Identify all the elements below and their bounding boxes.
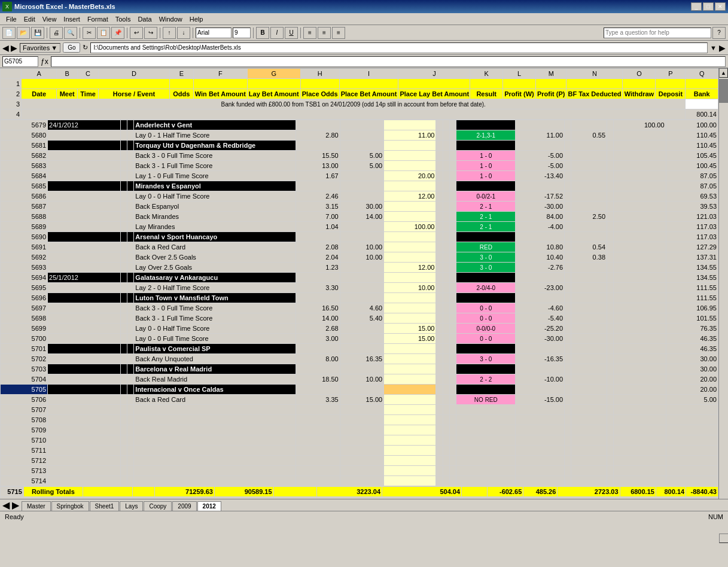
cell-profitw[interactable]	[516, 425, 565, 435]
cell-laybet[interactable]	[384, 405, 436, 415]
col-header-F[interactable]: F	[193, 69, 247, 79]
cell-bftax[interactable]	[571, 151, 607, 161]
cell-meet[interactable]	[120, 446, 127, 456]
cell-profitp[interactable]	[565, 354, 571, 364]
cell-event[interactable]	[134, 415, 296, 425]
cell-deposit[interactable]	[614, 405, 666, 415]
cell-placeodds[interactable]	[436, 273, 443, 283]
cell-placebet[interactable]	[443, 171, 449, 181]
cell-event[interactable]: Torquay Utd v Dagenham & Redbridge	[134, 141, 296, 151]
cell-meet[interactable]	[120, 415, 127, 425]
cell-profitw[interactable]	[516, 385, 565, 395]
cell-meet[interactable]	[120, 313, 127, 324]
cell-bank[interactable]: 30.00	[666, 354, 718, 364]
cell-deposit[interactable]	[614, 293, 666, 303]
cell-profitp[interactable]	[565, 212, 571, 222]
cell-event[interactable]: Barcelona v Real Madrid	[134, 364, 296, 374]
cell-result[interactable]	[456, 425, 516, 435]
cell-event[interactable]: Lay 2 - 0 Half Time Score	[134, 283, 296, 293]
cell-laybet[interactable]: 100.00	[384, 222, 436, 232]
cell-odds[interactable]: 2.80	[296, 130, 340, 141]
cell-placeodds[interactable]	[436, 354, 443, 364]
cell-deposit[interactable]	[614, 476, 666, 486]
undo-button[interactable]: ↩	[130, 27, 143, 39]
cell-odds[interactable]: 3.15	[296, 202, 340, 212]
cell-meet[interactable]	[120, 273, 127, 283]
cell-deposit[interactable]	[614, 344, 666, 354]
save-button[interactable]: 💾	[31, 27, 44, 39]
cell-placebet[interactable]	[443, 151, 449, 161]
cell-profitw[interactable]: 10.40	[516, 252, 565, 263]
cell-odds[interactable]	[296, 385, 340, 395]
cell-date[interactable]	[48, 324, 121, 334]
header-profit-top[interactable]	[503, 79, 536, 89]
cell-placeodds[interactable]	[436, 456, 443, 466]
cell-winbet[interactable]: 30.00	[340, 202, 383, 212]
cell-laybet[interactable]: 12.00	[384, 191, 436, 202]
cell-profitp[interactable]	[565, 273, 571, 283]
cell-odds[interactable]: 7.00	[296, 212, 340, 222]
cell-profitp[interactable]	[565, 313, 571, 324]
cell-time[interactable]	[127, 181, 134, 191]
header-bftax-label[interactable]: BF Tax Deducted	[566, 89, 623, 99]
cell-event[interactable]: Back a Red Card	[134, 242, 296, 252]
cell-bftax[interactable]	[571, 283, 607, 293]
cell-result[interactable]	[456, 405, 516, 415]
cell-withdraw[interactable]	[607, 242, 614, 252]
cell-placebet[interactable]	[443, 202, 449, 212]
sheet-tab-master[interactable]: Master	[22, 501, 51, 511]
header-result-label[interactable]: Result	[470, 89, 503, 99]
cell-date[interactable]	[48, 303, 121, 313]
cell-deposit[interactable]	[614, 232, 666, 242]
tab-scroll-right[interactable]: ▶	[12, 499, 19, 511]
cell-odds[interactable]	[296, 435, 340, 446]
cell-winbet[interactable]	[340, 466, 383, 476]
cell-bftax[interactable]	[571, 466, 607, 476]
scroll-thumb[interactable]	[719, 79, 728, 103]
cell-withdraw[interactable]	[607, 181, 614, 191]
cell-event[interactable]	[134, 435, 296, 446]
cell-placeodds[interactable]	[436, 293, 443, 303]
cell-withdraw[interactable]	[607, 283, 614, 293]
cell-result[interactable]: 3 - 0	[456, 252, 516, 263]
cell-profitw[interactable]: -10.00	[516, 374, 565, 385]
cell-event[interactable]	[134, 425, 296, 435]
cell-deposit[interactable]	[614, 395, 666, 405]
header-date-cell[interactable]	[22, 79, 170, 89]
cell-event[interactable]	[134, 476, 296, 486]
cell-profitp[interactable]	[565, 334, 571, 344]
cell-event[interactable]: Back a Red Card	[134, 395, 296, 405]
cell-bank[interactable]: 127.29	[666, 242, 718, 252]
menu-edit[interactable]: Edit	[20, 14, 39, 24]
cell-result[interactable]: 2 - 2	[456, 374, 516, 385]
cell-placebet[interactable]	[443, 222, 449, 232]
cell-odds[interactable]: 13.00	[296, 161, 340, 171]
cell-profitw[interactable]: 11.00	[516, 130, 565, 141]
cell-event[interactable]	[134, 446, 296, 456]
cell-profitp[interactable]	[565, 222, 571, 232]
cell-result[interactable]	[456, 181, 516, 191]
cell-placelay[interactable]	[449, 466, 456, 476]
cell-bftax[interactable]	[571, 364, 607, 374]
favorites-dropdown-icon[interactable]: ▼	[51, 44, 57, 51]
cell-withdraw[interactable]	[607, 334, 614, 344]
cell-profitp[interactable]	[565, 364, 571, 374]
address-path[interactable]: I:\Documents and Settings\Rob\Desktop\Ma…	[90, 42, 708, 53]
cell-placebet[interactable]	[443, 120, 449, 130]
cell-odds[interactable]: 1.04	[296, 222, 340, 232]
cell-odds[interactable]	[296, 273, 340, 283]
cell-withdraw[interactable]	[607, 130, 614, 141]
cell-winbet[interactable]	[340, 405, 383, 415]
open-button[interactable]: 📂	[17, 27, 30, 39]
cell-time[interactable]	[127, 242, 134, 252]
cell-placebet[interactable]	[443, 364, 449, 374]
cell-placelay[interactable]	[449, 232, 456, 242]
cell-odds[interactable]	[296, 415, 340, 425]
cell-time[interactable]	[127, 293, 134, 303]
cell-date[interactable]	[48, 364, 121, 374]
cell-event[interactable]: Back 3 - 1 Full Time Score	[134, 313, 296, 324]
cell-winbet[interactable]	[340, 385, 383, 395]
cell-profitp[interactable]	[565, 232, 571, 242]
cell-laybet[interactable]	[384, 252, 436, 263]
cell-winbet[interactable]	[340, 181, 383, 191]
